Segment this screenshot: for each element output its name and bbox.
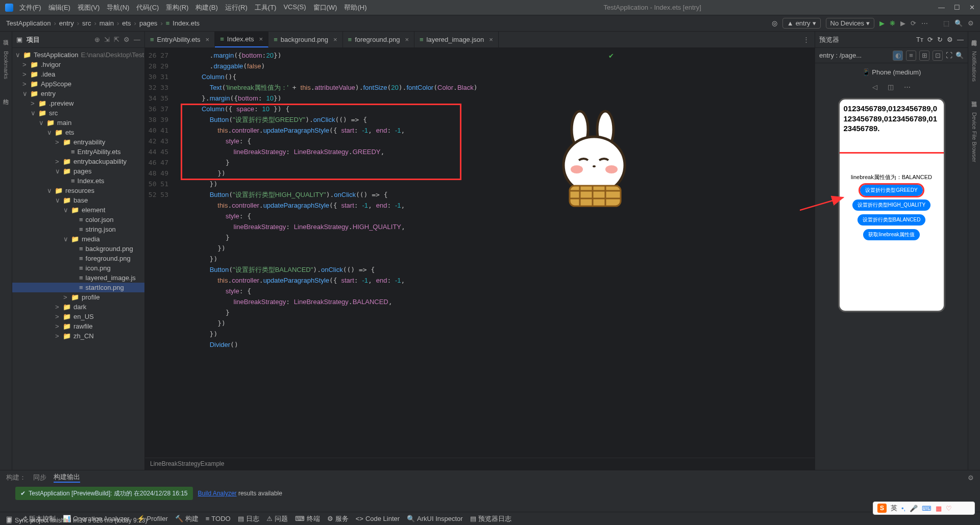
tree-node[interactable]: ∨📁main (12, 118, 144, 128)
text-icon[interactable]: Tт (916, 36, 923, 43)
code-editor[interactable]: .margin({bottom:20}) .draggable(false) C… (174, 48, 815, 458)
module-selector[interactable]: ▲ entry ▾ (782, 18, 821, 29)
close-icon[interactable]: × (489, 36, 493, 43)
tree-node[interactable]: >📁dark (12, 302, 144, 312)
menu-item[interactable]: 文件(F) (19, 3, 41, 12)
menu-item[interactable]: 编辑(E) (48, 3, 70, 12)
statusbar-item[interactable]: ▤日志 (238, 514, 259, 523)
menu-item[interactable]: 视图(V) (78, 3, 100, 12)
tree-node[interactable]: ≡startIcon.png (12, 283, 144, 292)
tree-node[interactable]: ∨📁base (12, 195, 144, 205)
tree-node[interactable]: >📁entryability (12, 137, 144, 147)
back-icon[interactable]: ◁ (872, 83, 877, 91)
editor-tab[interactable]: ≡background.png× (268, 32, 342, 47)
gear-icon[interactable]: ⚙ (968, 19, 974, 27)
statusbar-item[interactable]: ⚙服务 (327, 514, 349, 523)
breadcrumb-item[interactable]: src (82, 19, 91, 27)
more-icon[interactable]: ⋯ (921, 19, 928, 27)
tree-node[interactable]: >📁rawfile (12, 321, 144, 331)
tree-node[interactable]: ∨📁src (12, 108, 144, 118)
collapse-icon[interactable]: ⇱ (114, 36, 119, 43)
maximize-icon[interactable]: ☐ (954, 4, 960, 11)
project-tree[interactable]: ∨📁TestApplication E:\nana\Desktop\Test>📁… (12, 48, 144, 470)
menu-item[interactable]: 运行(R) (225, 3, 248, 12)
build-analyzer-link[interactable]: Build Analyzer (198, 490, 237, 497)
tree-node[interactable]: ∨📁media (12, 234, 144, 244)
tree-node[interactable]: >📁.hvigor (12, 60, 144, 69)
tree-node[interactable]: >📁zh_CN (12, 331, 144, 341)
tree-node[interactable]: >📁profile (12, 292, 144, 302)
tree-node[interactable]: ∨📁TestApplication E:\nana\Desktop\Test (12, 50, 144, 60)
run2-icon[interactable]: ▶ (900, 19, 905, 27)
hide-icon[interactable]: — (957, 36, 964, 43)
editor-tab[interactable]: ≡foreground.png× (343, 32, 414, 47)
more-icon[interactable]: ⋯ (904, 83, 911, 91)
menu-item[interactable]: VCS(S) (283, 3, 306, 12)
mode4-icon[interactable]: ⊡ (933, 51, 943, 61)
tool1-icon[interactable]: ⬚ (943, 19, 949, 27)
breadcrumb-item[interactable]: main (100, 19, 114, 27)
menu-item[interactable]: 帮助(H) (344, 3, 366, 12)
gear-icon[interactable]: ⚙ (124, 36, 130, 43)
tree-node[interactable]: ∨📁element (12, 205, 144, 215)
refresh-icon[interactable]: ⟳ (911, 19, 916, 27)
tree-node[interactable]: ∨📁resources (12, 186, 144, 195)
rail-notifications[interactable]: Notifications (971, 51, 977, 82)
menu-item[interactable]: 重构(R) (166, 3, 188, 12)
tab-sync[interactable]: 同步 (33, 473, 46, 482)
tree-node[interactable]: ≡layered_image.js (12, 273, 144, 283)
close-icon[interactable]: × (259, 35, 263, 43)
crop-icon[interactable]: ⛶ (946, 52, 952, 59)
tree-node[interactable]: ∨📁pages (12, 166, 144, 176)
preview-button[interactable]: 设置折行类型GREEDY (860, 185, 922, 196)
preview-button[interactable]: 设置折行类型HIGH_QUALITY (852, 199, 930, 211)
menu-item[interactable]: 工具(T) (255, 3, 277, 12)
tree-node[interactable]: ≡Index.ets (12, 176, 144, 186)
menu-item[interactable]: 代码(C) (136, 3, 159, 12)
gear-icon[interactable]: ⚙ (968, 474, 974, 482)
rail-bookmarks[interactable]: Bookmarks (3, 51, 9, 79)
breadcrumb-item[interactable]: ets (122, 19, 131, 27)
editor-tab[interactable]: ≡layered_image.json× (414, 32, 499, 47)
split-icon[interactable]: ◫ (888, 83, 894, 91)
tree-node[interactable]: ≡color.json (12, 215, 144, 224)
menu-item[interactable]: 窗口(W) (313, 3, 337, 12)
tabs-more-icon[interactable]: ⋮ (798, 36, 815, 43)
close-icon[interactable]: × (206, 36, 210, 43)
close-icon[interactable]: × (333, 36, 337, 43)
breadcrumb-item[interactable]: entry (59, 19, 74, 27)
tree-node[interactable]: ≡background.png (12, 244, 144, 254)
mode1-icon[interactable]: ◐ (893, 51, 903, 61)
preview-button[interactable]: 设置折行类型BALANCED (857, 214, 926, 226)
tree-node[interactable]: >📁AppScope (12, 79, 144, 89)
statusbar-item[interactable]: ⌨终端 (295, 514, 320, 523)
target-icon[interactable]: ◎ (772, 19, 777, 27)
rail-device-browser[interactable]: Device File Browser (971, 112, 977, 162)
tree-node[interactable]: ≡foreground.png (12, 254, 144, 263)
breadcrumb-item[interactable]: pages (139, 19, 157, 27)
statusbar-item[interactable]: ⚠问题 (266, 514, 288, 523)
tree-node[interactable]: ∨📁ets (12, 128, 144, 137)
close-icon[interactable]: × (405, 36, 409, 43)
ime-bar[interactable]: S 英 •,🎤⌨▦♡ (873, 502, 975, 515)
gear-icon[interactable]: ⚙ (947, 36, 953, 43)
zoom-icon[interactable]: 🔍 (955, 52, 964, 59)
tree-node[interactable]: ∨📁entry (12, 89, 144, 98)
tree-node[interactable]: ≡string.json (12, 224, 144, 234)
expand-icon[interactable]: ⇲ (104, 36, 110, 43)
tree-node[interactable]: >📁.idea (12, 69, 144, 79)
rotate-icon[interactable]: ↻ (937, 36, 943, 43)
mode2-icon[interactable]: ≡ (906, 51, 916, 61)
locate-icon[interactable]: ⊕ (94, 36, 100, 43)
tree-node[interactable]: ≡icon.png (12, 263, 144, 273)
editor-tab[interactable]: ≡EntryAbility.ets× (145, 32, 215, 47)
menu-item[interactable]: 构建(B) (195, 3, 217, 12)
menu-item[interactable]: 导航(N) (107, 3, 129, 12)
breadcrumb-item[interactable]: Index.ets (173, 19, 200, 27)
close-icon[interactable]: ✕ (969, 4, 975, 11)
tree-node[interactable]: >📁en_US (12, 312, 144, 321)
statusbar-item[interactable]: ▤预览器日志 (470, 514, 511, 523)
statusbar-item[interactable]: 🔨构建 (175, 514, 199, 523)
hide-icon[interactable]: — (134, 36, 140, 43)
refresh-icon[interactable]: ⟳ (927, 36, 933, 43)
